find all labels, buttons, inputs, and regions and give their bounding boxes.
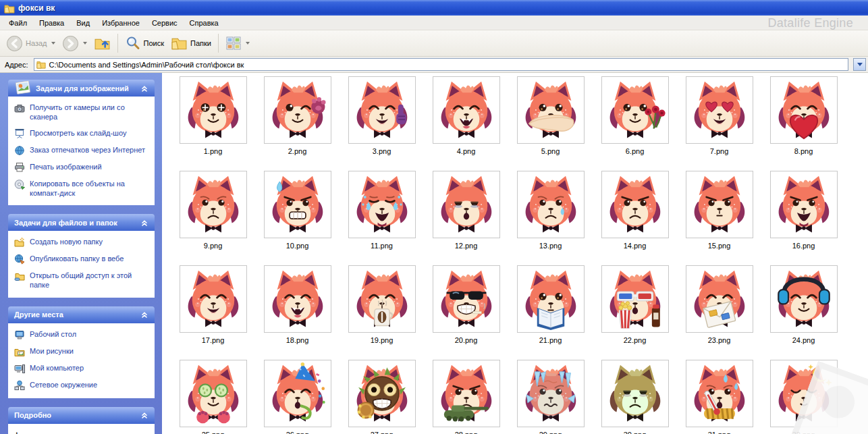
sidebar-item-publish-web[interactable]: Опубликовать папку в вебе — [14, 254, 151, 265]
file-item[interactable]: 2.png — [255, 76, 340, 171]
file-item[interactable]: 13.png — [508, 171, 593, 265]
slideshow-icon — [14, 128, 25, 139]
fox-fever-scarf-image[interactable] — [686, 360, 753, 427]
sidebar-item-share-folder[interactable]: Открыть общий доступ к этой папке — [14, 271, 151, 290]
up-button[interactable] — [90, 33, 114, 54]
menu-favorites[interactable]: Избранное — [96, 17, 146, 29]
forward-dropdown-arrow[interactable] — [83, 42, 87, 45]
fox-tribal-mask-image[interactable] — [348, 360, 416, 427]
fox-cucumber-spa-image[interactable] — [180, 360, 247, 427]
folders-button[interactable]: Папки — [167, 33, 215, 54]
fox-reading-book-image[interactable] — [517, 265, 585, 333]
file-item[interactable]: 10.png — [255, 171, 340, 265]
sidebar-item-my-pictures[interactable]: Мои рисунки — [14, 346, 151, 357]
file-item[interactable]: 17.png — [171, 265, 255, 360]
file-item[interactable]: 8.png — [761, 76, 846, 171]
fox-upset-tear-image[interactable] — [517, 171, 585, 238]
sidebar-item-online-prints[interactable]: Заказ отпечатков через Интернет — [14, 145, 151, 156]
fox-sick-green-image[interactable] — [601, 360, 669, 427]
panel-details-header[interactable]: Подробно — [8, 407, 155, 424]
sidebar-item-camera-scanner[interactable]: Получить от камеры или со сканера — [14, 103, 151, 122]
file-item[interactable]: 27.png — [340, 360, 424, 434]
fox-big-smile-image[interactable] — [433, 76, 500, 144]
file-item[interactable]: 15.png — [677, 171, 761, 265]
fox-waving-paw-image[interactable] — [264, 76, 331, 144]
search-button[interactable]: Поиск — [121, 33, 167, 53]
fox-exhausted-image[interactable] — [433, 171, 500, 238]
fox-shy-tail-hug-image[interactable] — [517, 76, 585, 144]
fox-furious-yell-image[interactable] — [770, 171, 838, 238]
views-button[interactable] — [222, 33, 253, 53]
menu-view[interactable]: Вид — [70, 17, 96, 29]
file-name: 31.png — [708, 431, 731, 434]
file-item[interactable]: 28.png — [424, 360, 508, 434]
panel-picture-tasks-header[interactable]: Задачи для изображений — [8, 80, 155, 97]
fox-sparkling-eyes-image[interactable] — [180, 76, 247, 144]
address-input[interactable]: C:\Documents and Settings\Admin\Рабочий … — [34, 58, 848, 71]
forward-button[interactable] — [59, 33, 90, 54]
fox-holding-heart-image[interactable] — [770, 76, 838, 144]
fox-laughing-loud-image[interactable] — [264, 265, 331, 333]
file-item[interactable]: 31.png — [677, 360, 761, 434]
fox-laughing-image[interactable] — [180, 265, 247, 333]
fox-displeased-image[interactable] — [601, 171, 669, 238]
fox-party-image[interactable] — [264, 360, 331, 427]
file-item[interactable]: 20.png — [424, 265, 508, 360]
publish-web-icon — [14, 254, 25, 265]
file-item[interactable]: 3.png — [340, 76, 424, 171]
sidebar-item-desktop[interactable]: Рабочий стол — [14, 329, 151, 340]
back-dropdown-arrow[interactable] — [51, 42, 55, 45]
sidebar-item-network[interactable]: Сетевое окружение — [14, 380, 151, 391]
file-item[interactable]: 1.png — [171, 76, 255, 171]
file-item[interactable]: 24.png — [761, 265, 846, 360]
file-item[interactable]: 6.png — [593, 76, 677, 171]
file-item[interactable]: 4.png — [424, 76, 508, 171]
fox-envelope-image[interactable] — [686, 265, 753, 333]
back-button[interactable]: Назад — [3, 33, 59, 54]
file-item[interactable]: 14.png — [593, 171, 677, 265]
fox-thumbs-up-image[interactable] — [348, 76, 416, 144]
address-dropdown-button[interactable] — [853, 58, 866, 71]
file-item[interactable]: 9.png — [171, 171, 255, 265]
file-item[interactable]: 11.png — [340, 171, 424, 265]
fox-sunglasses-cigarette-image[interactable] — [433, 265, 500, 333]
panel-other-places-header[interactable]: Другие места — [8, 306, 155, 323]
fox-with-roses-image[interactable] — [601, 76, 669, 144]
fox-toy-tank-image[interactable] — [433, 360, 500, 427]
folder-content[interactable]: 1.png2.png3.png4.png5.png6.png7.png8.png… — [162, 73, 868, 434]
fox-headphones-image[interactable] — [770, 265, 838, 333]
file-item[interactable]: 23.png — [677, 265, 761, 360]
fox-coffee-cup-image[interactable] — [348, 265, 416, 333]
file-name: 23.png — [708, 336, 731, 344]
sidebar-item-my-computer[interactable]: Мой компьютер — [14, 363, 151, 374]
panel-file-tasks-header[interactable]: Задачи для файлов и папок — [8, 214, 155, 231]
fox-frozen-icicles-image[interactable] — [517, 360, 585, 427]
file-item[interactable]: 25.png — [171, 360, 255, 434]
menu-file[interactable]: Файл — [3, 17, 33, 29]
file-item[interactable]: 12.png — [424, 171, 508, 265]
file-item[interactable]: 5.png — [508, 76, 593, 171]
menu-help[interactable]: Справка — [184, 17, 225, 29]
file-item[interactable]: 7.png — [677, 76, 761, 171]
file-item[interactable]: 19.png — [340, 265, 424, 360]
file-item[interactable]: 16.png — [761, 171, 846, 265]
menu-tools[interactable]: Сервис — [146, 17, 184, 29]
file-item[interactable]: 29.png — [508, 360, 593, 434]
views-dropdown-arrow[interactable] — [246, 42, 250, 45]
sidebar-item-burn-cd[interactable]: Копировать все объекты на компакт-диск — [14, 179, 151, 198]
fox-angry-image[interactable] — [686, 171, 753, 238]
file-item[interactable]: 26.png — [255, 360, 340, 434]
fox-nervous-sweat-image[interactable] — [264, 171, 331, 238]
file-item[interactable]: 21.png — [508, 265, 593, 360]
sidebar-item-new-folder[interactable]: Создать новую папку — [14, 237, 151, 248]
file-item[interactable]: 22.png — [593, 265, 677, 360]
fox-crying-loud-image[interactable] — [348, 171, 416, 238]
file-item[interactable]: 18.png — [255, 265, 340, 360]
fox-3d-glasses-popcorn-image[interactable] — [601, 265, 669, 333]
fox-heart-eyes-image[interactable] — [686, 76, 753, 144]
sidebar-item-slideshow[interactable]: Просмотреть как слайд-шоу — [14, 128, 151, 139]
fox-sad-image[interactable] — [180, 171, 247, 238]
file-item[interactable]: 30.png — [593, 360, 677, 434]
menu-edit[interactable]: Правка — [33, 17, 70, 29]
sidebar-item-print-pictures[interactable]: Печать изображений — [14, 162, 151, 173]
